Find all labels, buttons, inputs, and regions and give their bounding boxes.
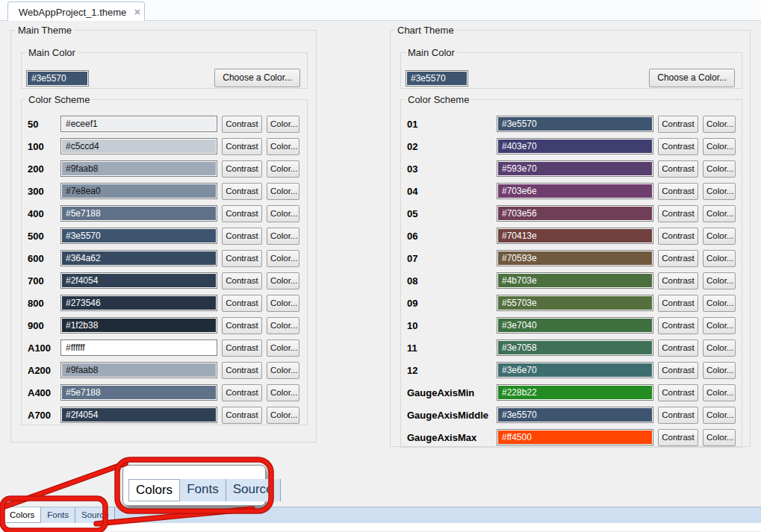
contrast-button[interactable]: Contrast <box>658 116 698 133</box>
color-swatch-field[interactable]: #ff4500 <box>497 429 653 445</box>
color-swatch-field[interactable]: #7e8ea0 <box>60 183 217 199</box>
tab-colors[interactable]: Colors <box>3 507 41 523</box>
contrast-button[interactable]: Contrast <box>658 429 698 446</box>
color-picker-button[interactable]: Color... <box>703 295 736 312</box>
choose-color-button[interactable]: Choose a Color... <box>214 69 300 87</box>
color-swatch-field[interactable]: #3e6e70 <box>497 362 653 378</box>
color-swatch-field[interactable]: #703e6e <box>497 183 653 199</box>
color-picker-button[interactable]: Color... <box>703 205 736 222</box>
editor-tab-theme-file[interactable]: WebAppProject_1.theme ✕ <box>7 1 145 22</box>
color-swatch-field[interactable]: #5e7188 <box>60 384 217 401</box>
color-picker-button[interactable]: Color... <box>267 384 299 401</box>
callout-page-tabs: ColorsFontsSource <box>128 479 281 501</box>
color-picker-button[interactable]: Color... <box>703 407 736 424</box>
color-swatch-field[interactable]: #2f4054 <box>60 272 217 289</box>
color-swatch-field[interactable]: #228b22 <box>497 384 653 401</box>
chart-main-color-value-text: #3e5570 <box>407 72 467 85</box>
contrast-button[interactable]: Contrast <box>222 228 262 245</box>
contrast-button[interactable]: Contrast <box>222 295 262 312</box>
choose-color-button[interactable]: Choose a Color... <box>649 69 735 87</box>
color-picker-button[interactable]: Color... <box>267 138 299 155</box>
color-swatch-field[interactable]: #703e56 <box>497 205 653 222</box>
contrast-button[interactable]: Contrast <box>222 116 262 133</box>
color-picker-button[interactable]: Color... <box>703 362 736 379</box>
color-picker-button[interactable]: Color... <box>267 317 299 334</box>
color-picker-button[interactable]: Color... <box>703 317 736 334</box>
color-picker-button[interactable]: Color... <box>267 295 299 312</box>
color-picker-button[interactable]: Color... <box>267 339 299 357</box>
contrast-button[interactable]: Contrast <box>222 317 262 334</box>
color-picker-button[interactable]: Color... <box>267 160 299 178</box>
contrast-button[interactable]: Contrast <box>658 384 698 401</box>
color-swatch-field[interactable]: #70593e <box>497 250 653 266</box>
contrast-button[interactable]: Contrast <box>222 407 262 424</box>
color-picker-button[interactable]: Color... <box>267 407 299 424</box>
color-swatch-field[interactable]: #3e5570 <box>60 228 217 244</box>
color-swatch-field[interactable]: #3e5570 <box>497 407 653 423</box>
close-icon[interactable]: ✕ <box>134 7 140 17</box>
color-picker-button[interactable]: Color... <box>703 116 736 133</box>
color-swatch-hex-text: #403e70 <box>498 140 652 153</box>
contrast-button[interactable]: Contrast <box>222 272 262 290</box>
color-swatch-field[interactable]: #70413e <box>497 228 653 244</box>
color-swatch-field[interactable]: #55703e <box>497 295 653 311</box>
tab-source[interactable]: Source <box>75 507 115 523</box>
color-picker-button[interactable]: Color... <box>267 205 299 222</box>
tab-fonts[interactable]: Fonts <box>41 507 75 523</box>
color-swatch-field[interactable]: #eceef1 <box>60 116 217 132</box>
color-swatch-field[interactable]: #9faab8 <box>60 362 217 378</box>
contrast-button[interactable]: Contrast <box>658 228 698 245</box>
color-picker-button[interactable]: Color... <box>267 272 299 290</box>
color-picker-button[interactable]: Color... <box>267 228 299 245</box>
contrast-button[interactable]: Contrast <box>658 205 698 222</box>
color-picker-button[interactable]: Color... <box>703 339 736 357</box>
color-swatch-field[interactable]: #4b703e <box>497 272 653 289</box>
contrast-button[interactable]: Contrast <box>222 160 262 178</box>
contrast-button[interactable]: Contrast <box>658 362 698 379</box>
color-picker-button[interactable]: Color... <box>267 116 299 133</box>
contrast-button[interactable]: Contrast <box>658 250 698 267</box>
contrast-button[interactable]: Contrast <box>658 295 698 312</box>
color-swatch-field[interactable]: #1f2b38 <box>60 317 217 334</box>
color-swatch-field[interactable]: #364a62 <box>60 250 217 266</box>
contrast-button[interactable]: Contrast <box>222 339 262 357</box>
contrast-button[interactable]: Contrast <box>222 205 262 222</box>
contrast-button[interactable]: Contrast <box>658 339 698 357</box>
chart-main-color-value-field[interactable]: #3e5570 <box>406 70 468 87</box>
color-swatch-field[interactable]: #403e70 <box>497 138 653 154</box>
color-swatch-field[interactable]: #3e5570 <box>497 116 653 132</box>
color-picker-button[interactable]: Color... <box>703 272 736 290</box>
color-picker-button[interactable]: Color... <box>703 160 736 178</box>
contrast-button[interactable]: Contrast <box>222 384 262 401</box>
color-picker-button[interactable]: Color... <box>703 384 736 401</box>
contrast-button[interactable]: Contrast <box>658 183 698 200</box>
color-picker-button[interactable]: Color... <box>703 228 736 245</box>
color-picker-button[interactable]: Color... <box>267 183 299 200</box>
contrast-button[interactable]: Contrast <box>222 362 262 379</box>
color-swatch-field[interactable]: #5e7188 <box>60 205 217 222</box>
contrast-button[interactable]: Contrast <box>658 272 698 290</box>
contrast-button[interactable]: Contrast <box>658 160 698 178</box>
contrast-button[interactable]: Contrast <box>658 138 698 155</box>
color-swatch-field[interactable]: #c5ccd4 <box>60 138 217 154</box>
color-swatch-field[interactable]: #273546 <box>60 295 217 311</box>
color-swatch-field[interactable]: #ffffff <box>60 339 217 356</box>
color-swatch-field[interactable]: #593e70 <box>497 160 653 177</box>
color-swatch-field[interactable]: #9faab8 <box>60 160 217 177</box>
color-picker-button[interactable]: Color... <box>703 250 736 267</box>
color-picker-button[interactable]: Color... <box>703 183 736 200</box>
color-swatch-field[interactable]: #2f4054 <box>60 407 217 423</box>
color-picker-button[interactable]: Color... <box>267 362 299 379</box>
contrast-button[interactable]: Contrast <box>222 183 262 200</box>
color-swatch-field[interactable]: #3e7058 <box>497 339 653 356</box>
color-picker-button[interactable]: Color... <box>703 429 736 446</box>
contrast-button[interactable]: Contrast <box>222 138 262 155</box>
contrast-button[interactable]: Contrast <box>222 250 262 267</box>
main-color-value-field[interactable]: #3e5570 <box>26 70 89 87</box>
contrast-button[interactable]: Contrast <box>658 317 698 334</box>
color-picker-button[interactable]: Color... <box>267 250 299 267</box>
color-swatch-field[interactable]: #3e7040 <box>497 317 653 334</box>
color-picker-button[interactable]: Color... <box>703 138 736 155</box>
contrast-button[interactable]: Contrast <box>658 407 698 424</box>
color-swatch-hex-text: #228b22 <box>498 386 652 399</box>
